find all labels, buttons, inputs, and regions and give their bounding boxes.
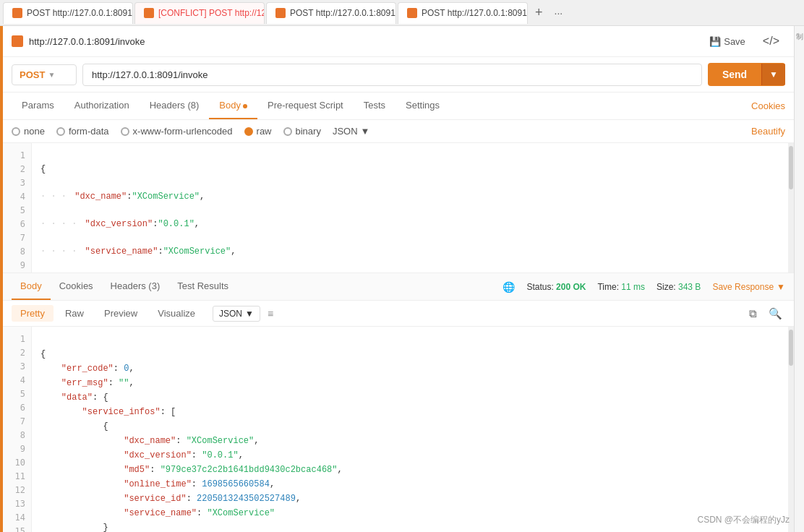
- resp-code-line-5: "service_infos": [: [40, 407, 176, 417]
- browser-tab-3[interactable]: POST http://127.0.0.1:8091/inv...: [266, 2, 396, 24]
- response-body-options: Pretty Raw Preview Visualize JSON ▼ ≡ ⧉: [3, 301, 794, 327]
- resp-format-preview-label: Preview: [104, 308, 137, 319]
- option-urlencoded[interactable]: x-www-form-urlencoded: [121, 126, 233, 137]
- req-line-num-5: 5: [3, 204, 31, 218]
- resp-format-pretty[interactable]: Pretty: [12, 305, 54, 322]
- copy-icon-button[interactable]: ⧉: [746, 306, 760, 322]
- body-dot-indicator: [243, 104, 247, 108]
- send-dropdown-icon[interactable]: ▼: [761, 64, 785, 85]
- browser-tab-1[interactable]: POST http://127.0.0.1:8091/inv...: [3, 2, 133, 24]
- req-code-line-4: · · · · "service_name":"XComService",: [40, 245, 779, 259]
- radio-raw[interactable]: [244, 127, 253, 136]
- tab-headers-label: Headers (8): [150, 100, 200, 111]
- tab-headers[interactable]: Headers (8): [140, 93, 210, 119]
- request-scrollbar[interactable]: [788, 143, 794, 273]
- more-tabs-button[interactable]: ···: [549, 7, 569, 19]
- tab-tests[interactable]: Tests: [354, 93, 395, 119]
- tab-icon-3: [275, 8, 286, 18]
- method-chevron-icon: ▼: [48, 71, 55, 79]
- right-edge-bar: 制: [794, 26, 804, 532]
- option-raw[interactable]: raw: [244, 126, 272, 137]
- tab-prerequest-label: Pre-request Script: [268, 100, 343, 111]
- resp-json-format-select[interactable]: JSON ▼: [213, 306, 260, 322]
- browser-tabs-bar: POST http://127.0.0.1:8091/inv... [CONFL…: [0, 0, 804, 26]
- resp-line-num-14: 14: [3, 511, 31, 525]
- browser-tab-2[interactable]: [CONFLICT] POST http://127.0....: [134, 2, 265, 24]
- save-label: Save: [724, 36, 745, 47]
- resp-line-num-9: 9: [3, 442, 31, 456]
- status-value: 200 OK: [556, 282, 586, 292]
- browser-tab-4[interactable]: POST http://127.0.0.1:8091/inv...: [398, 2, 528, 24]
- radio-urlencoded[interactable]: [121, 127, 129, 136]
- request-code-editor: 1 2 3 4 5 6 7 8 9 { · · · "dxc_name":"XC…: [3, 143, 794, 273]
- resp-tab-test-results-label: Test Results: [177, 280, 228, 291]
- method-select[interactable]: POST ▼: [12, 64, 77, 85]
- resp-line-num-15: 15: [3, 525, 31, 532]
- response-scrollbar[interactable]: [788, 327, 794, 532]
- resp-code-line-11: "service_id": 2205013243502527489,: [40, 494, 301, 504]
- option-form-data[interactable]: form-data: [56, 126, 109, 137]
- resp-format-visualize[interactable]: Visualize: [149, 305, 204, 322]
- right-bar-label: 制: [796, 32, 803, 42]
- resp-code-line-13: }: [40, 523, 108, 532]
- globe-icon: 🌐: [502, 281, 515, 293]
- send-button[interactable]: Send ▼: [708, 63, 785, 86]
- req-line-num-1: 1: [3, 149, 31, 163]
- resp-tab-test-results[interactable]: Test Results: [168, 273, 237, 300]
- request-scrollbar-thumb[interactable]: [789, 146, 793, 189]
- json-format-button[interactable]: JSON ▼: [333, 126, 370, 137]
- tab-settings[interactable]: Settings: [395, 93, 450, 119]
- resp-code-line-4: "data": {: [40, 392, 108, 403]
- resp-tab-cookies-label: Cookies: [59, 280, 93, 291]
- option-raw-label: raw: [257, 126, 272, 137]
- search-icon-button[interactable]: 🔍: [766, 306, 785, 322]
- cookies-link[interactable]: Cookies: [751, 100, 785, 111]
- resp-line-num-12: 12: [3, 484, 31, 497]
- radio-none[interactable]: [12, 127, 20, 136]
- tab-authorization-label: Authorization: [74, 100, 129, 111]
- tab-prerequest[interactable]: Pre-request Script: [257, 93, 354, 119]
- request-code-content[interactable]: { · · · "dxc_name":"XComService", · · · …: [32, 143, 788, 273]
- option-form-data-label: form-data: [69, 126, 109, 137]
- response-code-content[interactable]: { "err_code": 0, "err_msg": "", "data": …: [32, 327, 788, 532]
- save-button[interactable]: 💾 Save: [704, 33, 751, 50]
- resp-format-raw[interactable]: Raw: [56, 305, 93, 322]
- size-value: 343 B: [678, 282, 701, 292]
- save-response-button[interactable]: Save Response ▼: [712, 282, 785, 292]
- resp-json-format-label: JSON: [219, 309, 242, 319]
- tab-params[interactable]: Params: [12, 93, 64, 119]
- code-button[interactable]: </>: [757, 32, 785, 51]
- resp-format-preview[interactable]: Preview: [95, 305, 146, 322]
- radio-form-data[interactable]: [56, 127, 65, 136]
- req-code-line-3: · · · · "dxc_version":"0.0.1",: [40, 218, 779, 231]
- radio-binary[interactable]: [283, 127, 292, 136]
- resp-tab-headers[interactable]: Headers (3): [102, 273, 169, 300]
- new-tab-button[interactable]: +: [529, 5, 549, 20]
- beautify-button[interactable]: Beautify: [751, 126, 785, 137]
- response-scrollbar-thumb[interactable]: [789, 330, 793, 366]
- tab-icon-1: [12, 8, 22, 18]
- resp-tab-cookies[interactable]: Cookies: [51, 273, 102, 300]
- resp-line-num-5: 5: [3, 387, 31, 401]
- option-none[interactable]: none: [12, 126, 45, 137]
- req-line-num-4: 4: [3, 190, 31, 204]
- resp-line-num-3: 3: [3, 360, 31, 374]
- url-input[interactable]: [82, 64, 702, 86]
- tab-body[interactable]: Body: [209, 93, 257, 119]
- resp-line-num-1: 1: [3, 332, 31, 346]
- filter-icon-button[interactable]: ≡: [268, 308, 273, 319]
- time-label: Time: 11 ms: [597, 282, 645, 292]
- resp-format-pretty-label: Pretty: [20, 308, 45, 319]
- option-binary[interactable]: binary: [283, 126, 321, 137]
- tab-authorization[interactable]: Authorization: [64, 93, 140, 119]
- resp-code-line-10: "online_time": 1698565660584,: [40, 479, 275, 489]
- response-status-info: 🌐 Status: 200 OK Time: 11 ms Size: 343 B…: [502, 281, 785, 293]
- resp-line-num-11: 11: [3, 470, 31, 484]
- resp-code-line-1: {: [40, 349, 46, 359]
- req-line-num-2: 2: [3, 163, 31, 176]
- resp-line-num-10: 10: [3, 456, 31, 470]
- response-code-area: 1 2 3 4 5 6 7 8 9 10 11 12 13 14 15 {: [3, 327, 794, 532]
- resp-tab-body[interactable]: Body: [12, 273, 51, 300]
- time-value: 11 ms: [621, 282, 645, 292]
- send-label: Send: [708, 63, 761, 86]
